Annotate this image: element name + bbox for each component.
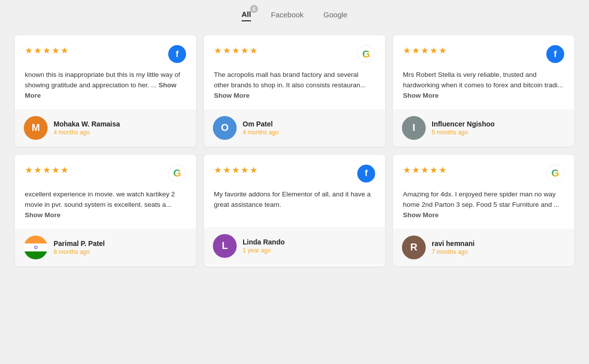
card-header: ★★★★★ G bbox=[403, 165, 564, 182]
star-rating: ★★★★★ bbox=[214, 165, 258, 176]
reviewer-name: Linda Rando bbox=[243, 238, 285, 246]
star-icon: ★ bbox=[232, 165, 240, 176]
star-icon: ★ bbox=[403, 45, 411, 56]
card-body: ★★★★★ G Amazing for 4dx. I enjoyed here … bbox=[393, 155, 574, 229]
star-icon: ★ bbox=[52, 165, 60, 176]
star-icon: ★ bbox=[421, 45, 429, 56]
show-more-link[interactable]: Show More bbox=[25, 211, 61, 219]
star-icon: ★ bbox=[250, 45, 258, 56]
tab-google[interactable]: Google bbox=[324, 10, 347, 21]
facebook-icon: f bbox=[546, 45, 564, 63]
show-more-link[interactable]: Show More bbox=[403, 211, 439, 219]
reviewer-name: Om Patel bbox=[243, 120, 279, 128]
card-footer: M Mohaka W. Ramaisa 4 months ago bbox=[15, 109, 196, 147]
tab-facebook[interactable]: Facebook bbox=[271, 10, 304, 21]
avatar: I bbox=[402, 116, 426, 140]
star-icon: ★ bbox=[241, 45, 249, 56]
avatar: O bbox=[213, 116, 237, 140]
review-text: excellent experience in movie. we watch … bbox=[25, 189, 186, 221]
star-icon: ★ bbox=[43, 45, 51, 56]
review-text: Amazing for 4dx. I enjoyed here spider m… bbox=[403, 189, 564, 221]
star-icon: ★ bbox=[34, 165, 42, 176]
review-text: The acropolis mall has brand factory and… bbox=[214, 70, 375, 101]
star-rating: ★★★★★ bbox=[403, 165, 447, 176]
tab-all-label: All bbox=[242, 10, 251, 18]
star-icon: ★ bbox=[412, 165, 420, 176]
star-icon: ★ bbox=[439, 165, 447, 176]
card-body: ★★★★★ G excellent experience in movie. w… bbox=[15, 155, 196, 229]
avatar: L bbox=[213, 234, 237, 258]
show-more-link[interactable]: Show More bbox=[214, 92, 250, 99]
reviewer-info: Linda Rando 1 year ago bbox=[243, 238, 285, 254]
card-footer: I Influencer Ngishoo 5 months ago bbox=[393, 109, 574, 147]
card-header: ★★★★★ f bbox=[403, 45, 564, 63]
star-icon: ★ bbox=[61, 165, 68, 176]
reviewer-name: Influencer Ngishoo bbox=[432, 120, 495, 128]
star-icon: ★ bbox=[61, 45, 68, 56]
star-rating: ★★★★★ bbox=[214, 45, 258, 56]
card-header: ★★★★★ G bbox=[214, 45, 375, 63]
google-icon: G bbox=[357, 45, 375, 63]
reviewer-name: ravi hemnani bbox=[432, 240, 474, 247]
star-icon: ★ bbox=[34, 45, 42, 56]
card-footer: O Om Patel 4 months ago bbox=[204, 109, 385, 147]
tab-facebook-label: Facebook bbox=[271, 10, 304, 19]
reviewer-time: 5 months ago bbox=[432, 129, 495, 136]
card-header: ★★★★★ G bbox=[25, 165, 186, 182]
review-text: known this is inappropriate but this is … bbox=[25, 70, 186, 101]
star-icon: ★ bbox=[25, 165, 33, 176]
star-icon: ★ bbox=[223, 45, 231, 56]
facebook-icon: f bbox=[357, 165, 375, 182]
star-rating: ★★★★★ bbox=[403, 45, 447, 56]
star-icon: ★ bbox=[214, 45, 222, 56]
star-icon: ★ bbox=[43, 165, 51, 176]
star-rating: ★★★★★ bbox=[25, 165, 68, 176]
reviewer-info: ravi hemnani 7 months ago bbox=[432, 240, 474, 255]
card-header: ★★★★★ f bbox=[25, 45, 186, 63]
reviewer-info: Parimal P. Patel 8 months ago bbox=[54, 240, 105, 255]
review-card-3: ★★★★★ f Mrs Robert Stella is very reliab… bbox=[393, 35, 574, 147]
card-body: ★★★★★ f Mrs Robert Stella is very reliab… bbox=[393, 35, 574, 109]
card-header: ★★★★★ f bbox=[214, 165, 375, 182]
reviewer-time: 7 months ago bbox=[432, 248, 474, 255]
review-card-1: ★★★★★ f known this is inappropriate but … bbox=[15, 35, 196, 147]
card-body: ★★★★★ G The acropolis mall has brand fac… bbox=[204, 35, 385, 109]
star-icon: ★ bbox=[232, 45, 240, 56]
card-footer: R ravi hemnani 7 months ago bbox=[393, 229, 574, 266]
star-rating: ★★★★★ bbox=[25, 45, 68, 56]
reviewer-time: 4 months ago bbox=[243, 129, 279, 136]
star-icon: ★ bbox=[214, 165, 222, 176]
card-body: ★★★★★ f known this is inappropriate but … bbox=[15, 35, 196, 109]
avatar: M bbox=[24, 116, 48, 140]
facebook-icon: f bbox=[168, 45, 186, 63]
review-card-2: ★★★★★ G The acropolis mall has brand fac… bbox=[204, 35, 385, 147]
review-card-5: ★★★★★ f My favorite addons for Elementor… bbox=[204, 155, 385, 266]
reviews-grid: ★★★★★ f known this is inappropriate but … bbox=[15, 35, 574, 266]
reviewer-info: Om Patel 4 months ago bbox=[243, 120, 279, 136]
star-icon: ★ bbox=[250, 165, 258, 176]
card-footer: ⊙ Parimal P. Patel 8 months ago bbox=[15, 229, 196, 266]
star-icon: ★ bbox=[403, 165, 411, 176]
star-icon: ★ bbox=[223, 165, 231, 176]
reviewer-time: 1 year ago bbox=[243, 247, 285, 254]
star-icon: ★ bbox=[430, 165, 438, 176]
reviewer-time: 8 months ago bbox=[54, 248, 105, 255]
show-more-link[interactable]: Show More bbox=[403, 92, 439, 99]
card-body: ★★★★★ f My favorite addons for Elementor… bbox=[204, 155, 385, 227]
star-icon: ★ bbox=[412, 45, 420, 56]
tab-all[interactable]: All 6 bbox=[242, 10, 251, 21]
star-icon: ★ bbox=[52, 45, 60, 56]
review-card-4: ★★★★★ G excellent experience in movie. w… bbox=[15, 155, 196, 266]
avatar: ⊙ bbox=[24, 236, 48, 259]
review-card-6: ★★★★★ G Amazing for 4dx. I enjoyed here … bbox=[393, 155, 574, 266]
review-text: My favorite addons for Elementor of all,… bbox=[214, 189, 375, 219]
reviewer-info: Influencer Ngishoo 5 months ago bbox=[432, 120, 495, 136]
google-icon: G bbox=[546, 165, 564, 182]
show-more-link[interactable]: Show More bbox=[25, 81, 176, 99]
star-icon: ★ bbox=[241, 165, 249, 176]
reviewer-name: Parimal P. Patel bbox=[54, 240, 105, 247]
star-icon: ★ bbox=[439, 45, 447, 56]
avatar: R bbox=[402, 236, 426, 259]
star-icon: ★ bbox=[421, 165, 429, 176]
tab-all-badge: 6 bbox=[250, 5, 258, 13]
